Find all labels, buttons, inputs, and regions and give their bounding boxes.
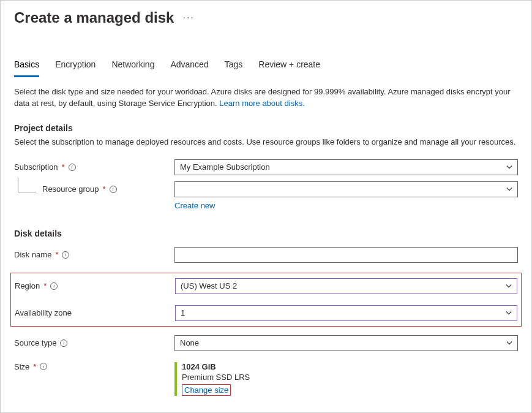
info-icon[interactable]: i: [62, 251, 69, 259]
source-type-value: None: [180, 338, 199, 347]
tabs-bar: Basics Encryption Networking Advanced Ta…: [14, 56, 518, 78]
chevron-down-icon: [506, 283, 512, 289]
chevron-down-icon: [506, 164, 512, 170]
disk-details-heading: Disk details: [14, 229, 518, 238]
availability-zone-select[interactable]: 1: [175, 305, 517, 321]
required-asterisk: *: [33, 362, 36, 371]
disk-name-input[interactable]: [174, 247, 518, 263]
page-title: Create a managed disk: [14, 9, 174, 26]
region-select[interactable]: (US) West US 2: [175, 278, 517, 294]
tab-advanced[interactable]: Advanced: [170, 56, 208, 77]
info-icon[interactable]: i: [110, 186, 117, 193]
tab-networking[interactable]: Networking: [111, 56, 154, 77]
info-icon[interactable]: i: [69, 164, 76, 171]
region-value: (US) West US 2: [181, 281, 237, 290]
required-asterisk: *: [62, 162, 65, 172]
source-type-select[interactable]: None: [174, 335, 518, 351]
size-display: 1024 GiB Premium SSD LRS Change size: [174, 362, 518, 396]
tree-line-icon: [18, 178, 36, 192]
size-type: Premium SSD LRS: [182, 373, 518, 382]
required-asterisk: *: [43, 281, 47, 290]
required-asterisk: *: [103, 184, 106, 194]
resource-group-select[interactable]: [174, 181, 518, 197]
disk-name-label: Disk name: [14, 250, 51, 259]
intro-text: Select the disk type and size needed for…: [14, 86, 518, 110]
subscription-select[interactable]: My Example Subscription: [174, 159, 518, 175]
subscription-label: Subscription: [14, 162, 58, 172]
tab-review[interactable]: Review + create: [258, 56, 320, 77]
size-label: Size: [14, 362, 29, 371]
project-details-desc: Select the subscription to manage deploy…: [14, 137, 518, 148]
region-zone-highlight: Region * i (US) West US 2 Availability z…: [10, 273, 522, 327]
chevron-down-icon: [506, 310, 512, 316]
tab-tags[interactable]: Tags: [225, 56, 243, 77]
source-type-label: Source type: [14, 338, 56, 347]
info-icon[interactable]: i: [50, 282, 58, 290]
create-new-rg-link[interactable]: Create new: [174, 201, 215, 210]
info-icon[interactable]: i: [40, 363, 47, 370]
size-value: 1024 GiB: [182, 362, 518, 371]
resource-group-label: Resource group: [42, 184, 99, 194]
tab-basics[interactable]: Basics: [14, 56, 39, 77]
change-size-link[interactable]: Change size: [184, 385, 228, 395]
chevron-down-icon: [506, 186, 512, 192]
required-asterisk: *: [55, 250, 58, 259]
learn-more-link[interactable]: Learn more about disks.: [219, 99, 304, 108]
tab-encryption[interactable]: Encryption: [55, 56, 96, 77]
chevron-down-icon: [506, 340, 512, 346]
subscription-value: My Example Subscription: [180, 162, 270, 172]
more-actions-icon[interactable]: ···: [182, 12, 194, 23]
region-label: Region: [15, 281, 40, 290]
info-icon[interactable]: i: [60, 339, 67, 347]
availability-zone-value: 1: [181, 308, 185, 317]
project-details-heading: Project details: [14, 123, 518, 133]
availability-zone-label: Availability zone: [15, 308, 72, 317]
